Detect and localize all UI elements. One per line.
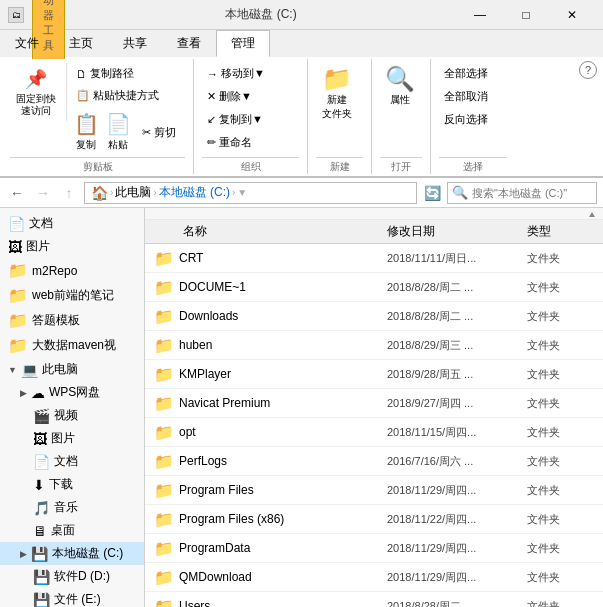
sidebar-item-video[interactable]: 🎬 视频	[0, 404, 144, 427]
sidebar-item-wps[interactable]: ▶ ☁ WPS网盘	[0, 381, 144, 404]
file-date-pf: 2018/11/29/周四...	[383, 483, 523, 498]
cut-icon: ✂	[142, 126, 151, 139]
close-button[interactable]: ✕	[549, 0, 595, 30]
table-row[interactable]: 📁 Program Files (x86) 2018/11/22/周四... 文…	[145, 505, 603, 534]
header-name[interactable]: 名称	[175, 223, 383, 240]
webnotes-label: web前端的笔记	[32, 287, 114, 304]
table-row[interactable]: 📁 DOCUME~1 2018/8/28/周二 ... 文件夹	[145, 273, 603, 302]
select-label: 选择	[439, 157, 507, 174]
path-expand[interactable]: ▼	[237, 187, 247, 198]
back-button[interactable]: ←	[6, 182, 28, 204]
file-name-downloads: Downloads	[175, 309, 383, 323]
file-name-crt: CRT	[175, 251, 383, 265]
path-thispc: 此电脑	[115, 184, 151, 201]
sidebar-item-filee[interactable]: 💾 文件 (E:)	[0, 588, 144, 607]
sidebar-item-webnotes[interactable]: 📁 web前端的笔记	[0, 283, 144, 308]
table-row[interactable]: 📁 huben 2018/8/29/周三 ... 文件夹	[145, 331, 603, 360]
sidebar-item-pics[interactable]: 🖼 图片	[0, 427, 144, 450]
select-all-button[interactable]: 全部选择	[439, 63, 493, 84]
table-row[interactable]: 📁 ProgramData 2018/11/29/周四... 文件夹	[145, 534, 603, 563]
table-row[interactable]: 📁 Navicat Premium 2018/9/27/周四 ... 文件夹	[145, 389, 603, 418]
cut-button[interactable]: ✂ 剪切	[137, 122, 181, 143]
filee-icon: 💾	[33, 592, 50, 608]
file-type-pf: 文件夹	[523, 483, 603, 498]
sidebar-item-docs[interactable]: 📄 文档	[0, 450, 144, 473]
file-date-navicat: 2018/9/27/周四 ...	[383, 396, 523, 411]
thispc-icon: 💻	[21, 362, 38, 378]
table-row[interactable]: 📁 Downloads 2018/8/28/周二 ... 文件夹	[145, 302, 603, 331]
address-bar: ← → ↑ 🏠 › 此电脑 › 本地磁盘 (C:) › ▼ 🔄 🔍	[0, 178, 603, 208]
desktop-icon: 🖥	[33, 523, 47, 539]
refresh-button[interactable]: 🔄	[421, 182, 443, 204]
rename-button[interactable]: ✏ 重命名	[202, 132, 257, 153]
copy-to-button[interactable]: ↙ 复制到▼	[202, 109, 268, 130]
table-row[interactable]: 📁 Users 2018/8/28/周二 ... 文件夹	[145, 592, 603, 607]
delete-button[interactable]: ✕ 删除▼	[202, 86, 257, 107]
paste-label: 粘贴	[108, 138, 128, 152]
sidebar-item-localc[interactable]: ▶ 💾 本地磁盘 (C:)	[0, 542, 144, 565]
paste-button[interactable]: 📄 粘贴	[103, 109, 133, 155]
sidebar-item-music[interactable]: 🎵 音乐	[0, 496, 144, 519]
tab-view[interactable]: 查看	[162, 30, 216, 57]
invert-select-button[interactable]: 反向选择	[439, 109, 493, 130]
up-button[interactable]: ↑	[58, 182, 80, 204]
file-icon-qmdownload: 📁	[153, 566, 175, 588]
new-folder-button[interactable]: 📁 新建文件夹	[316, 63, 358, 125]
pin-quick-access-button[interactable]: 📌 固定到快速访问	[10, 63, 62, 121]
sidebar-item-pictures[interactable]: 🖼 图片	[0, 235, 144, 258]
copy-button[interactable]: 📋 复制	[71, 109, 101, 155]
forward-button[interactable]: →	[32, 182, 54, 204]
file-type-docume: 文件夹	[523, 280, 603, 295]
tab-home[interactable]: 主页	[54, 30, 108, 57]
new-folder-icon: 📁	[325, 67, 349, 91]
maximize-button[interactable]: □	[503, 0, 549, 30]
sidebar-item-softd[interactable]: 💾 软件D (D:)	[0, 565, 144, 588]
sidebar-item-templates[interactable]: 📁 答题模板	[0, 308, 144, 333]
rename-icon: ✏	[207, 136, 216, 149]
sidebar-item-m2repo[interactable]: 📁 m2Repo	[0, 258, 144, 283]
file-type-qmdownload: 文件夹	[523, 570, 603, 585]
tab-manage[interactable]: 管理	[216, 30, 270, 57]
copy-icon: 📋	[74, 112, 98, 136]
wps-icon: ☁	[31, 385, 45, 401]
search-box[interactable]: 🔍	[447, 182, 597, 204]
sidebar-item-bigdata[interactable]: 📁 大数据maven视	[0, 333, 144, 358]
table-row[interactable]: 📁 opt 2018/11/15/周四... 文件夹	[145, 418, 603, 447]
sidebar-item-desktop[interactable]: 🖥 桌面	[0, 519, 144, 542]
templates-icon: 📁	[8, 311, 28, 330]
sidebar-item-downloads[interactable]: ⬇ 下载	[0, 473, 144, 496]
documents-icon: 📄	[8, 216, 25, 232]
localc-icon: 💾	[31, 546, 48, 562]
tab-share[interactable]: 共享	[108, 30, 162, 57]
select-none-button[interactable]: 全部取消	[439, 86, 493, 107]
table-row[interactable]: 📁 Program Files 2018/11/29/周四... 文件夹	[145, 476, 603, 505]
tab-file[interactable]: 文件	[0, 30, 54, 57]
help-button[interactable]: ?	[579, 61, 597, 79]
sidebar-item-thispc[interactable]: ▼ 💻 此电脑	[0, 358, 144, 381]
search-input[interactable]	[472, 187, 603, 199]
minimize-button[interactable]: —	[457, 0, 503, 30]
file-type-programdata: 文件夹	[523, 541, 603, 556]
ribbon-group-organize: → 移动到▼ ✕ 删除▼ ↙ 复制到▼ ✏ 重命名 组织	[198, 59, 308, 174]
copy-path-button[interactable]: 🗋 复制路径	[71, 63, 181, 84]
table-row[interactable]: 📁 QMDownload 2018/11/29/周四... 文件夹	[145, 563, 603, 592]
paste-shortcut-button[interactable]: 📋 粘贴快捷方式	[71, 85, 181, 106]
table-row[interactable]: 📁 KMPlayer 2018/9/28/周五 ... 文件夹	[145, 360, 603, 389]
copy-label: 复制	[76, 138, 96, 152]
header-date[interactable]: 修改日期	[383, 223, 523, 240]
move-to-button[interactable]: → 移动到▼	[202, 63, 270, 84]
organize-label: 组织	[202, 157, 299, 174]
table-row[interactable]: 📁 PerfLogs 2016/7/16/周六 ... 文件夹	[145, 447, 603, 476]
table-row[interactable]: 📁 CRT 2018/11/11/周日... 文件夹	[145, 244, 603, 273]
copy-path-icon: 🗋	[76, 68, 87, 80]
file-type-pfx86: 文件夹	[523, 512, 603, 527]
address-path[interactable]: 🏠 › 此电脑 › 本地磁盘 (C:) › ▼	[84, 182, 417, 204]
header-type[interactable]: 类型	[523, 223, 603, 240]
pin-label: 固定到快速访问	[16, 93, 56, 117]
organize-content: → 移动到▼ ✕ 删除▼ ↙ 复制到▼ ✏ 重命名	[202, 59, 299, 155]
properties-button[interactable]: 🔍 属性	[380, 63, 420, 111]
file-type-kmplayer: 文件夹	[523, 367, 603, 382]
sidebar-item-documents[interactable]: 📄 文档	[0, 212, 144, 235]
file-date-huben: 2018/8/29/周三 ...	[383, 338, 523, 353]
copy-to-label: 复制到▼	[219, 112, 263, 127]
